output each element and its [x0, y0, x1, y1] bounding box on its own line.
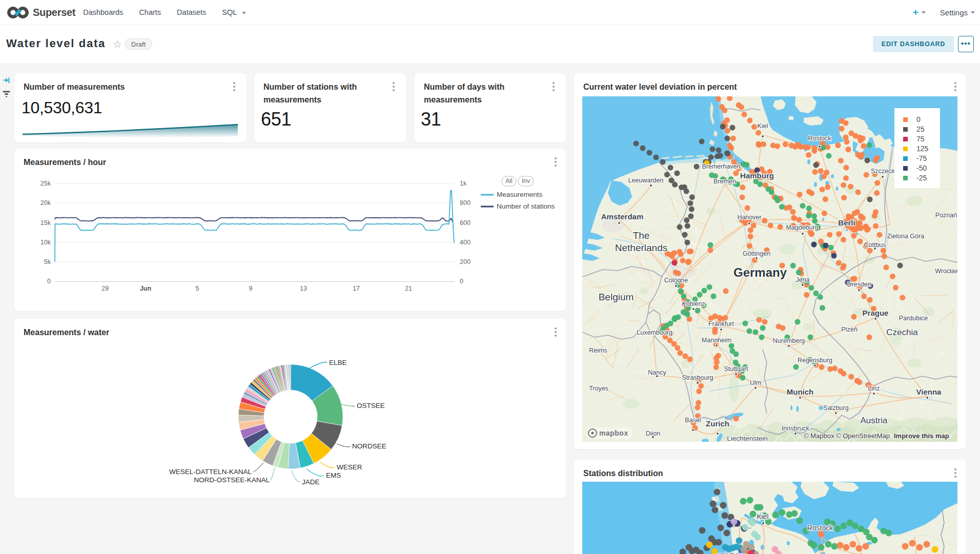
- svg-text:25: 25: [916, 125, 925, 133]
- svg-text:Germany: Germany: [733, 265, 787, 279]
- svg-text:Koblenz: Koblenz: [682, 300, 705, 307]
- svg-text:Luxembourg: Luxembourg: [637, 329, 672, 336]
- svg-text:0: 0: [916, 115, 921, 124]
- svg-text:5k: 5k: [44, 258, 51, 265]
- svg-text:29: 29: [101, 285, 109, 292]
- svg-text:-75: -75: [916, 154, 927, 162]
- svg-text:Prague: Prague: [863, 309, 889, 317]
- svg-text:125: 125: [916, 145, 929, 153]
- svg-text:© Mapbox © OpenStreetMap: © Mapbox © OpenStreetMap: [804, 432, 890, 440]
- svg-text:Munich: Munich: [787, 387, 814, 396]
- svg-text:Troyes: Troyes: [589, 385, 608, 392]
- svg-text:Amsterdam: Amsterdam: [601, 212, 644, 221]
- svg-text:OSTSEE: OSTSEE: [357, 402, 385, 409]
- svg-text:All: All: [505, 177, 512, 184]
- svg-text:Göttingen: Göttingen: [743, 250, 770, 257]
- svg-text:Regensburg: Regensburg: [798, 357, 832, 364]
- svg-text:Cologne: Cologne: [664, 277, 688, 284]
- svg-text:Rostock: Rostock: [807, 524, 834, 532]
- svg-text:Linz: Linz: [868, 385, 880, 392]
- svg-text:10k: 10k: [40, 239, 51, 246]
- svg-text:25k: 25k: [40, 180, 51, 187]
- svg-text:Basel: Basel: [685, 417, 701, 424]
- svg-text:Reims: Reims: [589, 347, 607, 354]
- svg-text:Magdeburg: Magdeburg: [786, 224, 818, 231]
- svg-text:The: The: [633, 230, 650, 241]
- svg-text:20k: 20k: [40, 199, 51, 207]
- svg-text:Mannheim: Mannheim: [702, 337, 731, 344]
- svg-text:800: 800: [460, 199, 471, 207]
- svg-text:Kiel: Kiel: [757, 512, 768, 521]
- svg-text:0: 0: [47, 278, 51, 285]
- svg-text:Bremen: Bremen: [713, 178, 736, 185]
- svg-text:WESER: WESER: [337, 463, 362, 471]
- svg-text:17: 17: [353, 285, 360, 292]
- svg-text:Austria: Austria: [861, 416, 888, 425]
- svg-text:Bremerhaven: Bremerhaven: [702, 163, 740, 170]
- svg-text:Jena: Jena: [795, 276, 809, 283]
- svg-text:5: 5: [196, 285, 199, 292]
- svg-text:Liechtenstein: Liechtenstein: [727, 435, 768, 442]
- svg-text:Zielona Góra: Zielona Góra: [887, 233, 924, 240]
- svg-text:-50: -50: [916, 164, 927, 172]
- svg-text:Rostock: Rostock: [808, 135, 831, 142]
- svg-text:Belgium: Belgium: [599, 292, 634, 302]
- svg-text:Szczecin: Szczecin: [871, 168, 896, 175]
- svg-text:Zurich: Zurich: [706, 419, 729, 428]
- svg-text:WESEL-DATTELN-KANAL: WESEL-DATTELN-KANAL: [169, 468, 252, 476]
- svg-text:Improve this map: Improve this map: [894, 432, 949, 440]
- svg-text:0: 0: [460, 278, 463, 285]
- svg-text:Hamburg: Hamburg: [740, 171, 774, 180]
- svg-text:13: 13: [300, 285, 307, 292]
- svg-text:Stuttgart: Stuttgart: [724, 365, 748, 373]
- svg-text:Strasbourg: Strasbourg: [682, 374, 713, 381]
- svg-text:ELBE: ELBE: [329, 359, 347, 366]
- svg-text:Dresden: Dresden: [847, 281, 871, 288]
- svg-text:Hanover: Hanover: [737, 214, 761, 221]
- svg-text:-25: -25: [916, 174, 927, 182]
- svg-text:Ulm: Ulm: [750, 379, 761, 386]
- svg-text:Vienna: Vienna: [916, 387, 942, 396]
- svg-text:Jun: Jun: [140, 285, 151, 292]
- svg-text:21: 21: [405, 285, 412, 292]
- svg-text:Number of stations: Number of stations: [497, 202, 555, 210]
- svg-text:600: 600: [460, 219, 471, 227]
- svg-text:Berli: Berli: [838, 218, 855, 227]
- svg-text:Wrocław: Wrocław: [935, 268, 957, 275]
- svg-text:Innsbruck: Innsbruck: [782, 425, 810, 432]
- svg-text:Leeuwarden: Leeuwarden: [628, 177, 664, 184]
- svg-text:NORDSEE: NORDSEE: [352, 442, 386, 450]
- svg-text:Kiel: Kiel: [758, 122, 768, 130]
- svg-text:emerhave: emerhave: [716, 551, 746, 554]
- svg-text:Plzeň: Plzeň: [841, 326, 857, 333]
- svg-text:EMS: EMS: [326, 471, 341, 479]
- svg-text:Netherlands: Netherlands: [615, 242, 667, 253]
- svg-text:200: 200: [460, 258, 471, 265]
- svg-text:Inv: Inv: [522, 177, 530, 184]
- svg-text:Nuremberg: Nuremberg: [773, 337, 805, 344]
- svg-text:Measurements: Measurements: [497, 191, 543, 198]
- svg-text:NORD-OSTSEE-KANAL: NORD-OSTSEE-KANAL: [194, 476, 270, 484]
- svg-text:Frankfurt: Frankfurt: [708, 320, 734, 327]
- svg-text:9: 9: [249, 285, 253, 292]
- svg-text:Pardubice: Pardubice: [899, 315, 928, 322]
- svg-text:400: 400: [460, 239, 471, 246]
- svg-text:JADE: JADE: [302, 478, 320, 486]
- svg-text:15k: 15k: [40, 219, 51, 227]
- svg-text:Czechia: Czechia: [886, 327, 918, 337]
- svg-text:Poznań: Poznań: [935, 212, 957, 219]
- svg-text:75: 75: [916, 135, 925, 143]
- svg-text:Salzburg: Salzburg: [823, 404, 848, 412]
- svg-text:mapbox: mapbox: [599, 429, 628, 437]
- svg-text:1k: 1k: [460, 180, 467, 187]
